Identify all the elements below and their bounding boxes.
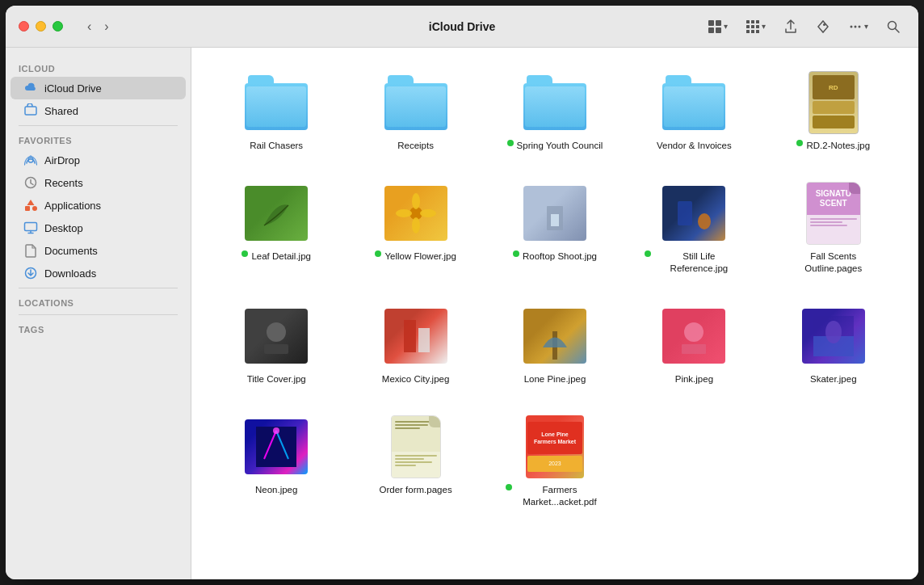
sidebar-divider-1 xyxy=(19,125,178,126)
more-button[interactable]: ▾ xyxy=(843,16,873,37)
file-item-still-life[interactable]: Still Life Reference.jpg xyxy=(628,175,759,281)
thumb-titlecover xyxy=(244,304,309,368)
sidebar-item-recents[interactable]: Recents xyxy=(10,171,186,194)
icloud-section-header: iCloud xyxy=(6,57,191,77)
file-item-farmers-market[interactable]: Lone PineFarmers Market 2023 Farmers Mar… xyxy=(489,408,620,515)
search-button[interactable] xyxy=(881,16,905,37)
thumb-leaf xyxy=(244,181,309,246)
locations-section-header: Locations xyxy=(6,292,191,311)
sidebar-divider-2 xyxy=(19,288,178,288)
file-item-title-cover[interactable]: Title Cover.jpg xyxy=(211,297,342,392)
chevron-down-icon3: ▾ xyxy=(864,22,868,31)
file-item-rail-chasers[interactable]: Rail Chasers xyxy=(211,64,342,158)
file-label-row-rooftop: Rooftop Shoot.jpg xyxy=(513,250,597,263)
file-label-row-farmers: Farmers Market...acket.pdf xyxy=(506,484,604,508)
svg-line-18 xyxy=(896,28,900,32)
svg-rect-41 xyxy=(682,344,706,354)
toolbar-actions: ▾ ▾ xyxy=(703,16,905,37)
finder-window: ‹ › iCloud Drive ▾ xyxy=(6,6,918,579)
forward-button[interactable]: › xyxy=(99,16,113,37)
share-icon xyxy=(783,19,798,34)
sidebar-downloads-label: Downloads xyxy=(44,267,96,280)
synced-dot-stilllife xyxy=(645,250,651,257)
window-title: iCloud Drive xyxy=(429,20,495,33)
file-item-neon[interactable]: Neon.jpeg xyxy=(211,408,342,515)
svg-point-27 xyxy=(412,193,420,209)
main-content: iCloud iCloud Drive Shared xyxy=(6,48,918,579)
file-label-rooftop: Rooftop Shoot.jpg xyxy=(523,250,597,263)
thumb-mexicocity xyxy=(384,304,448,368)
shared-icon xyxy=(23,103,38,118)
sidebar-item-downloads[interactable]: Downloads xyxy=(10,262,186,284)
file-item-lone-pine[interactable]: Lone Pine.jpeg xyxy=(489,297,620,392)
search-icon xyxy=(886,19,901,34)
file-item-pink[interactable]: Pink.jpeg xyxy=(628,297,759,392)
grid-icon xyxy=(708,19,722,34)
file-label-lone-pine: Lone Pine.jpeg xyxy=(524,373,586,385)
thumb-stilllife xyxy=(662,181,726,246)
file-label-order-form: Order form.pages xyxy=(380,484,452,496)
svg-rect-8 xyxy=(751,25,754,28)
file-item-rd2-notes[interactable]: RD RD.2-Notes.jpg xyxy=(768,64,899,158)
file-label-leaf: Leaf Detail.jpg xyxy=(251,250,311,263)
thumb-flower xyxy=(384,181,448,246)
file-label-stilllife: Still Life Reference.jpg xyxy=(654,250,743,275)
folder-thumb-spring xyxy=(523,70,587,135)
file-label-mexico-city: Mexico City.jpeg xyxy=(382,373,450,385)
sidebar-item-icloud-drive[interactable]: iCloud Drive xyxy=(10,77,186,99)
svg-point-40 xyxy=(684,322,704,342)
thumb-neon xyxy=(244,415,309,479)
svg-rect-3 xyxy=(716,27,721,33)
file-item-mexico-city[interactable]: Mexico City.jpeg xyxy=(350,297,481,392)
file-item-receipts[interactable]: Receipts xyxy=(350,64,481,158)
view-toggle-button[interactable]: ▾ xyxy=(741,16,771,37)
chevron-down-icon2: ▾ xyxy=(762,22,766,31)
thumb-farmers: Lone PineFarmers Market 2023 xyxy=(523,415,587,479)
sidebar-item-documents[interactable]: Documents xyxy=(10,239,186,262)
view-icon-button[interactable]: ▾ xyxy=(703,16,733,37)
file-item-vendor-invoices[interactable]: Vendor & Invoices xyxy=(628,64,759,158)
traffic-lights xyxy=(19,21,63,32)
back-button[interactable]: ‹ xyxy=(82,16,96,37)
file-item-leaf-detail[interactable]: Leaf Detail.jpg xyxy=(211,175,342,281)
sidebar-item-airdrop[interactable]: AirDrop xyxy=(10,149,186,171)
sidebar-airdrop-label: AirDrop xyxy=(44,154,80,166)
svg-rect-10 xyxy=(746,30,750,33)
file-label-spring: Spring Youth Council xyxy=(517,140,603,152)
file-grid: Rail Chasers Receipts xyxy=(211,64,899,515)
minimize-button[interactable] xyxy=(36,21,46,32)
svg-point-48 xyxy=(273,427,279,434)
file-item-spring-youth-council[interactable]: Spring Youth Council xyxy=(489,64,620,158)
sidebar-item-applications[interactable]: Applications xyxy=(10,194,186,217)
thumb-lonepine xyxy=(523,304,587,368)
svg-point-13 xyxy=(823,23,825,26)
svg-rect-32 xyxy=(551,214,559,226)
close-button[interactable] xyxy=(19,21,29,32)
svg-point-14 xyxy=(850,25,853,27)
file-label-flower: Yellow Flower.jpg xyxy=(384,250,456,263)
synced-dot-spring xyxy=(507,140,514,146)
tag-icon xyxy=(816,19,830,34)
svg-point-29 xyxy=(412,217,420,234)
nav-buttons: ‹ › xyxy=(82,16,114,37)
sidebar-item-desktop[interactable]: Desktop xyxy=(10,217,186,239)
file-label-fall-scents: Fall Scents Outline.pages xyxy=(789,250,878,275)
tag-button[interactable] xyxy=(811,16,835,37)
sidebar-shared-label: Shared xyxy=(44,105,78,117)
file-label-row-spring: Spring Youth Council xyxy=(507,140,603,152)
file-item-rooftop-shoot[interactable]: Rooftop Shoot.jpg xyxy=(489,175,620,281)
share-button[interactable] xyxy=(779,16,803,37)
sidebar-recents-label: Recents xyxy=(44,177,83,189)
svg-rect-11 xyxy=(751,30,754,33)
file-item-yellow-flower[interactable]: Yellow Flower.jpg xyxy=(350,175,481,281)
sidebar-item-shared[interactable]: Shared xyxy=(10,99,186,122)
maximize-button[interactable] xyxy=(52,21,63,32)
thumb-orderform xyxy=(384,415,448,479)
file-item-skater[interactable]: Skater.jpeg xyxy=(768,297,899,392)
file-item-fall-scents[interactable]: SIGNATUSCENT Fall Scents Outline.pages xyxy=(768,175,899,281)
svg-rect-37 xyxy=(404,320,416,352)
file-label-row-leaf: Leaf Detail.jpg xyxy=(242,250,311,263)
file-label-row-stilllife: Still Life Reference.jpg xyxy=(645,250,743,275)
thumb-rooftop xyxy=(523,181,587,246)
file-item-order-form[interactable]: Order form.pages xyxy=(350,408,481,515)
